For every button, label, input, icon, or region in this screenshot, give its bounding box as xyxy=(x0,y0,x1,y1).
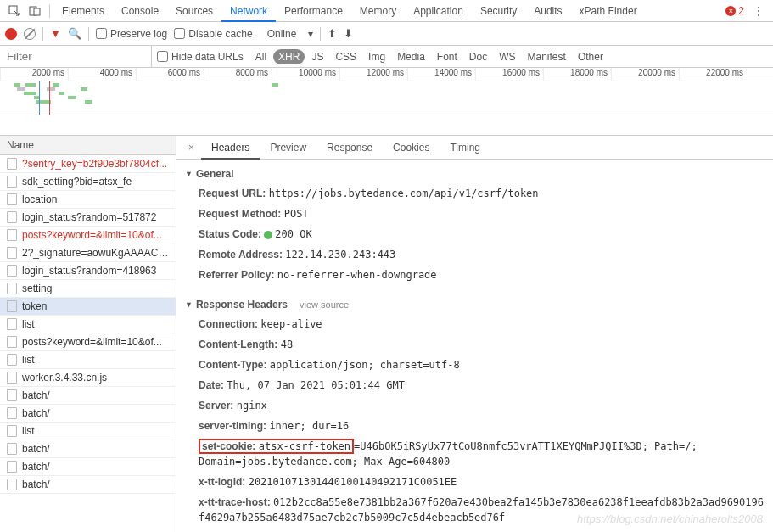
clear-button[interactable] xyxy=(24,28,36,40)
general-row: Request URL: https://jobs.bytedance.com/… xyxy=(185,183,765,204)
set-cookie-row: set-cookie: atsx-csrf-token=U46bOK5iRSyU… xyxy=(185,436,765,472)
general-row: Status Code: 200 OK xyxy=(185,224,765,244)
file-icon xyxy=(7,229,17,241)
request-row[interactable]: batch/ xyxy=(0,387,176,405)
filter-icon[interactable]: ▼ xyxy=(50,27,61,40)
file-icon xyxy=(7,425,17,437)
file-icon xyxy=(7,265,17,277)
tab-xpath-finder[interactable]: xPath Finder xyxy=(571,0,646,22)
filter-type-manifest[interactable]: Manifest xyxy=(523,49,571,64)
request-name: 2?_signature=aowuKgAAAACb... xyxy=(22,247,169,259)
upload-icon[interactable]: ⬆ xyxy=(328,27,337,40)
general-row: Referrer Policy: no-referrer-when-downgr… xyxy=(185,265,765,285)
view-source-link[interactable]: view source xyxy=(300,300,349,310)
request-name: list xyxy=(22,354,35,366)
more-menu-icon[interactable]: ⋮ xyxy=(753,4,765,18)
request-name: batch/ xyxy=(22,461,50,473)
search-icon[interactable]: 🔍 xyxy=(68,27,81,40)
inspect-icon[interactable] xyxy=(5,2,24,20)
request-name: ?sentry_key=b2f90e3bf7804cf... xyxy=(22,158,167,170)
response-headers-section: ▼Response Headersview source Connection:… xyxy=(176,290,773,532)
detail-tab-preview[interactable]: Preview xyxy=(260,136,316,160)
request-row[interactable]: batch/ xyxy=(0,476,176,494)
tab-console[interactable]: Console xyxy=(113,0,167,22)
request-name: token xyxy=(22,300,47,312)
filter-input[interactable] xyxy=(0,47,151,67)
response-headers-title[interactable]: ▼Response Headersview source xyxy=(185,299,765,311)
throttling-select[interactable]: Online▾ xyxy=(267,28,314,40)
request-row[interactable]: token xyxy=(0,298,176,316)
device-toggle-icon[interactable] xyxy=(25,2,44,20)
filter-type-css[interactable]: CSS xyxy=(330,49,361,64)
header-row: server-timing: inner; dur=16 xyxy=(185,416,765,436)
filter-type-img[interactable]: Img xyxy=(363,49,390,64)
request-row[interactable]: login_status?random=418963 xyxy=(0,262,176,280)
hide-data-urls-label: Hide data URLs xyxy=(171,51,244,63)
file-icon xyxy=(7,247,17,259)
preserve-log-checkbox[interactable]: Preserve log xyxy=(96,28,167,40)
request-name: batch/ xyxy=(22,479,50,490)
request-row[interactable]: list xyxy=(0,351,176,369)
timeline-tick: 8000 ms xyxy=(204,68,272,81)
request-row[interactable]: login_status?random=517872 xyxy=(0,209,176,227)
disable-cache-label: Disable cache xyxy=(188,28,252,40)
file-icon xyxy=(7,479,17,490)
request-row[interactable]: list xyxy=(0,316,176,333)
tab-elements[interactable]: Elements xyxy=(53,0,113,22)
filter-type-other[interactable]: Other xyxy=(573,49,608,64)
request-row[interactable]: list xyxy=(0,423,176,440)
error-badge[interactable]: ×2 xyxy=(725,5,744,17)
filter-type-js[interactable]: JS xyxy=(306,49,328,64)
file-icon xyxy=(7,461,17,473)
request-row[interactable]: worker.3.4.33.cn.js xyxy=(0,369,176,387)
header-row: Content-Length: 48 xyxy=(185,334,765,355)
file-icon xyxy=(7,318,17,330)
detail-tab-headers[interactable]: Headers xyxy=(201,136,260,160)
main-split: Name ?sentry_key=b2f90e3bf7804cf...sdk_s… xyxy=(0,136,773,532)
request-row[interactable]: ?sentry_key=b2f90e3bf7804cf... xyxy=(0,155,176,173)
error-count: 2 xyxy=(738,5,744,17)
filter-type-font[interactable]: Font xyxy=(432,49,462,64)
blank-strip xyxy=(0,115,773,136)
close-icon[interactable]: × xyxy=(182,142,201,154)
detail-tab-cookies[interactable]: Cookies xyxy=(383,136,440,160)
file-icon xyxy=(7,354,17,366)
request-row[interactable]: posts?keyword=&limit=10&of... xyxy=(0,227,176,244)
download-icon[interactable]: ⬇ xyxy=(344,27,353,40)
request-row[interactable]: batch/ xyxy=(0,440,176,458)
detail-tab-timing[interactable]: Timing xyxy=(440,136,490,160)
preserve-log-label: Preserve log xyxy=(110,28,167,40)
hide-data-urls-checkbox[interactable]: Hide data URLs xyxy=(157,51,244,63)
request-row[interactable]: batch/ xyxy=(0,405,176,423)
filter-type-media[interactable]: Media xyxy=(392,49,430,64)
request-row[interactable]: posts?keyword=&limit=10&of... xyxy=(0,333,176,351)
request-row[interactable]: sdk_setting?bid=atsx_fe xyxy=(0,173,176,191)
request-row[interactable]: location xyxy=(0,191,176,209)
filter-type-ws[interactable]: WS xyxy=(494,49,520,64)
name-header[interactable]: Name xyxy=(0,136,176,155)
request-name: sdk_setting?bid=atsx_fe xyxy=(22,176,132,188)
tab-memory[interactable]: Memory xyxy=(351,0,405,22)
request-row[interactable]: 2?_signature=aowuKgAAAACb... xyxy=(0,244,176,262)
file-icon xyxy=(7,389,17,401)
svg-rect-2 xyxy=(34,8,40,15)
header-row: x-tt-trace-tag: id=00;cdn-cache=miss xyxy=(185,528,765,532)
tab-security[interactable]: Security xyxy=(472,0,525,22)
tab-application[interactable]: Application xyxy=(405,0,472,22)
timeline-overview[interactable]: 2000 ms4000 ms6000 ms8000 ms10000 ms1200… xyxy=(0,68,773,115)
header-row: Server: nginx xyxy=(185,395,765,416)
tab-audits[interactable]: Audits xyxy=(525,0,570,22)
request-row[interactable]: batch/ xyxy=(0,458,176,476)
record-button[interactable] xyxy=(5,28,17,40)
tab-network[interactable]: Network xyxy=(221,0,276,22)
filter-type-doc[interactable]: Doc xyxy=(464,49,492,64)
detail-tab-response[interactable]: Response xyxy=(316,136,383,160)
divider xyxy=(260,27,260,41)
request-row[interactable]: setting xyxy=(0,280,176,298)
filter-type-xhr[interactable]: XHR xyxy=(273,49,305,64)
tab-sources[interactable]: Sources xyxy=(167,0,221,22)
tab-performance[interactable]: Performance xyxy=(276,0,351,22)
filter-type-all[interactable]: All xyxy=(250,49,272,64)
disable-cache-checkbox[interactable]: Disable cache xyxy=(174,28,252,40)
general-title[interactable]: ▼General xyxy=(185,168,765,180)
